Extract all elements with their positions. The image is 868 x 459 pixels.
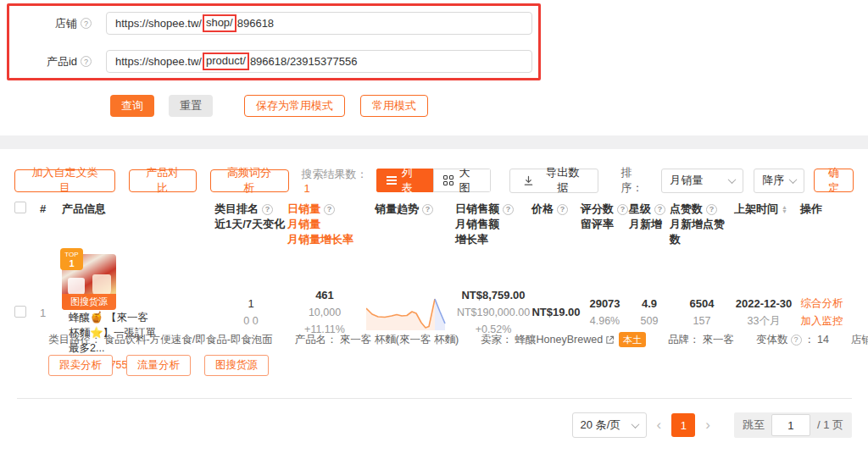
product-url-input[interactable]: https://shopee.tw/product/896618/2391537… [106,50,532,73]
help-icon[interactable] [654,204,665,215]
local-badge: 本土 [619,332,646,347]
sort-label: 排序： [620,165,654,196]
star-cell: 4.9 509 [629,296,670,329]
page-size-select[interactable]: 20 条/页 [572,412,647,438]
traffic-analysis-button[interactable]: 流量分析 [126,355,191,376]
image-search-source-button[interactable]: 图搜货源 [204,355,269,376]
image-search-overlay-button[interactable]: 图搜货源 [62,294,116,310]
daily-sales-cell: 461 10,000 +11.11% [287,287,362,338]
view-list-button[interactable]: 列表 [376,169,434,192]
column-rating-count: 评分数 留评率 [581,202,629,232]
help-icon[interactable] [791,335,802,346]
jump-to-page: 跳至 / 1 页 [734,412,852,438]
help-icon[interactable] [81,56,92,67]
jump-page-input[interactable] [771,414,810,436]
column-price: 价格 [531,202,581,217]
follow-sell-analysis-button[interactable]: 跟卖分析 [48,355,113,376]
price-cell: NT$19.00 [531,304,581,321]
column-listed-time[interactable]: 上架时间 [734,202,793,217]
shop-highlight-box: shop/ [203,14,236,31]
product-name: 产品名： 來一客 杯麵(來一客 杯麵) [295,333,459,347]
row-checkbox[interactable] [14,306,26,318]
table-row: 1 TOP 1 图搜货源 蜂釀🍯 【來一客杯麵⭐】一張訂單最多2... 2391… [14,254,850,371]
common-mode-button[interactable]: 常用模式 [360,95,428,117]
operations-cell: 综合分析 加入监控 [793,295,850,330]
product-cell: TOP 1 图搜货源 蜂釀🍯 【來一客杯麵⭐】一張訂單最多2... 239153… [62,254,214,371]
next-page-icon[interactable] [705,413,710,437]
section-divider-band [0,135,868,149]
prev-page-icon[interactable] [657,413,662,437]
chevron-down-icon [631,420,639,429]
help-icon[interactable] [422,204,433,215]
product-id-label: 产品id [0,54,92,69]
product-form-row: 产品id https://shopee.tw/product/896618/23… [0,50,532,73]
shop-url-input[interactable]: https://shopee.tw/shop/896618 [106,12,532,35]
results-section: 加入自定义类目 产品对比 高频词分析 搜索结果数：1 列表 大图 导出数据 排序… [0,149,868,459]
column-sales-trend: 销量趋势 [362,202,455,217]
likes-cell: 6504 157 [670,296,734,329]
confirm-button[interactable]: 确定 [814,169,854,192]
select-all-checkbox[interactable] [14,202,26,213]
row-index: 1 [40,307,62,319]
table-header: # 产品信息 类目排名 近1天/7天变化 日销量 月销量 月销量增长率 销量趋势… [14,202,850,247]
seller-link[interactable]: 蜂釀HoneyBrewed [515,333,604,347]
rank-cell: 1 0 0 [214,296,287,329]
save-common-mode-button[interactable]: 保存为常用模式 [244,95,345,117]
help-icon[interactable] [706,204,717,215]
column-category-rank: 类目排名 近1天/7天变化 [214,202,287,232]
product-compare-button[interactable]: 产品对比 [129,169,197,192]
column-revenue: 日销售额 月销售额 增长率 [455,202,531,247]
export-data-button[interactable]: 导出数据 [509,169,598,193]
download-icon [523,175,534,186]
column-operations: 操作 [793,202,850,217]
help-icon[interactable] [262,204,273,215]
column-likes: 点赞数 月新增点赞数 [670,202,734,247]
help-icon[interactable] [617,204,628,215]
brand-info: 品牌： 來一客 [668,333,734,347]
trend-cell [362,291,455,334]
high-freq-words-button[interactable]: 高频词分析 [210,169,289,192]
add-monitor-link[interactable]: 加入监控 [793,312,850,330]
add-custom-category-button[interactable]: 加入自定义类目 [14,169,115,192]
shop-form-row: 店铺 https://shopee.tw/shop/896618 [0,12,532,35]
sales-trend-sparkline [366,295,451,334]
product-highlight-box: product/ [203,53,249,69]
category-path: 类目路径： 食品饮料-方便速食/即食品-即食泡面 [48,333,273,347]
product-meta-row: 类目路径： 食品饮料-方便速食/即食品-即食泡面 产品名： 來一客 杯麵(來一客… [48,332,851,347]
view-toggle: 列表 大图 [376,169,492,192]
sort-order-select[interactable]: 降序 [754,169,804,193]
column-index: # [40,202,62,217]
chevron-down-icon [728,175,737,184]
listed-time-cell: 2022-12-30 33个月 [734,296,793,329]
current-page-button[interactable]: 1 [671,413,695,437]
shop-type-info: 店铺类型： 普通 [851,333,868,347]
column-daily-sales: 日销量 月销量 月销量增长率 [287,202,362,247]
rating-cell: 29073 4.96% [581,296,629,329]
pagination: 20 条/页 1 跳至 / 1 页 [572,412,852,438]
help-icon[interactable] [324,204,335,215]
top-rank-badge: TOP 1 [60,248,83,270]
divider [17,398,852,399]
row-action-tags: 跟卖分析 流量分析 图搜货源 [48,355,269,376]
grid-icon [443,175,453,185]
seller-info: 卖家： 蜂釀HoneyBrewed 本土 [481,332,646,347]
column-product-info: 产品信息 [62,202,214,217]
product-image[interactable]: TOP 1 图搜货源 [62,254,116,310]
form-buttons: 查询 重置 保存为常用模式 常用模式 [110,95,428,117]
column-star-level: 星级 月新增 [629,202,670,232]
comprehensive-analysis-link[interactable]: 综合分析 [793,295,850,312]
view-grid-button[interactable]: 大图 [433,169,491,192]
help-icon[interactable] [503,204,514,215]
chevron-down-icon [789,175,798,184]
variants-info: 变体数 ： 14 [756,333,829,347]
search-results-count: 搜索结果数：1 [302,167,376,195]
help-icon[interactable] [557,204,568,215]
help-icon[interactable] [81,18,92,29]
list-icon [387,180,397,181]
reset-button[interactable]: 重置 [169,95,213,117]
sort-field-select[interactable]: 月销量 [661,169,743,193]
results-toolbar: 加入自定义类目 产品对比 高频词分析 搜索结果数：1 列表 大图 导出数据 排序… [14,165,854,196]
external-link-icon[interactable] [605,335,615,345]
sort-icon[interactable] [782,205,787,213]
query-button[interactable]: 查询 [110,95,154,117]
